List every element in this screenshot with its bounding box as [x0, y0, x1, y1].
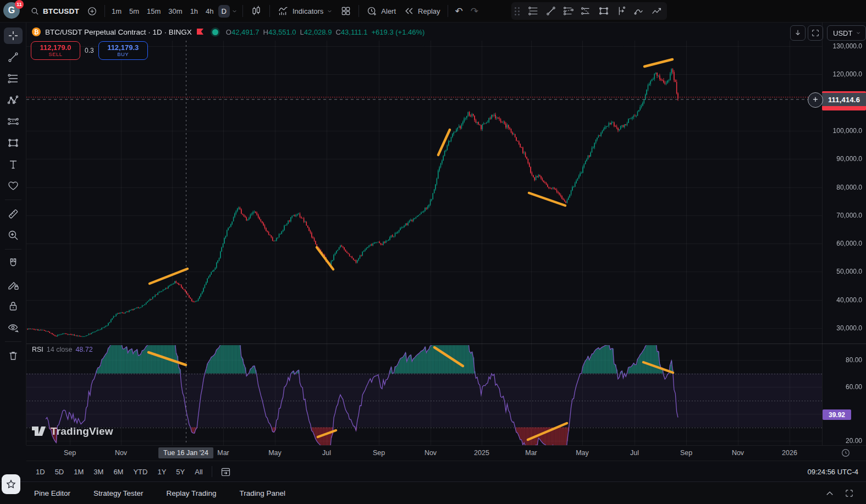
drawing-mode-lock-button[interactable] — [4, 276, 23, 293]
rectangle-shape-button[interactable] — [4, 135, 23, 151]
timeframe-dropdown-button[interactable] — [230, 6, 239, 16]
redo-button[interactable]: ↷ — [467, 3, 482, 20]
time-axis-label: Mar — [525, 449, 537, 457]
range-3m[interactable]: 3M — [90, 466, 107, 478]
remove-drawings-button[interactable] — [4, 347, 23, 364]
curve-tool-icon[interactable] — [633, 5, 645, 17]
chevron-down-icon — [327, 8, 333, 14]
range-1m[interactable]: 1M — [70, 466, 87, 478]
hide-drawings-button[interactable] — [4, 319, 23, 336]
price-axis-label: 120,000.0 — [833, 70, 862, 78]
rsi-legend[interactable]: RSI 14 close 48.72 — [32, 346, 93, 353]
time-axis-label: Nov — [424, 449, 437, 457]
layout-grid-icon — [340, 5, 351, 16]
chart-canvas[interactable] — [26, 22, 822, 445]
go-to-date-button[interactable] — [217, 464, 234, 479]
trend-line-tool-icon[interactable] — [545, 5, 557, 17]
flag-icon[interactable] — [196, 28, 205, 36]
time-axis[interactable]: SepNovMarMayJulSepNov2025MarMayJulSepNov… — [26, 445, 866, 461]
symbol-title[interactable]: BTC/USDT Perpetual Contract · 1D · BINGX — [45, 28, 192, 36]
symbol-search-button[interactable]: BTCUSDT — [26, 4, 83, 19]
rsi-axis-label: 60.00 — [846, 383, 862, 391]
low-value: 42,028.9 — [304, 28, 332, 36]
compare-add-symbol-button[interactable] — [83, 3, 101, 19]
timeframe-1m[interactable]: 1m — [108, 5, 125, 18]
timeframe-5m[interactable]: 5m — [126, 5, 142, 18]
replay-button[interactable]: Replay — [400, 3, 444, 19]
clock-display[interactable]: 09:24:56 UTC-4 — [808, 468, 859, 476]
pane-separator[interactable] — [26, 344, 866, 344]
fib-retracement-button[interactable] — [4, 70, 23, 87]
timeframe-4h[interactable]: 4h — [202, 5, 217, 18]
footer-tab-replay-trading[interactable]: Replay Trading — [167, 489, 217, 497]
fullscreen-icon — [811, 29, 820, 37]
range-5y[interactable]: 5Y — [172, 466, 189, 478]
change-value: +619.3 (+1.46%) — [372, 28, 425, 36]
price-axis-label: 50,000.0 — [836, 268, 862, 275]
range-6m[interactable]: 6M — [109, 466, 127, 478]
footer-tab-strategy-tester[interactable]: Strategy Tester — [93, 489, 144, 497]
trade-widget: 112,179.0 SELL 0.3 112,179.3 BUY — [31, 41, 148, 60]
alert-button[interactable]: Alert — [362, 3, 400, 20]
footer-tab-pine-editor[interactable]: Pine Editor — [34, 489, 70, 497]
timeframe-D[interactable]: D — [218, 5, 230, 18]
toolbar-separator — [5, 341, 21, 342]
zigzag-arrow-tool-icon[interactable] — [650, 5, 663, 17]
parallel-channel-tool-icon[interactable] — [580, 5, 592, 17]
text-tool-button[interactable] — [4, 156, 23, 173]
rsi-axis-label: 80.00 — [846, 356, 862, 364]
crosshair-tool-button[interactable] — [4, 27, 23, 44]
range-ytd[interactable]: YTD — [129, 466, 151, 478]
emoji-tool-button[interactable] — [4, 178, 23, 194]
toolbar-separator — [358, 5, 359, 17]
toolbar-separator — [212, 466, 212, 477]
range-1d[interactable]: 1D — [32, 466, 49, 478]
buy-button[interactable]: 112,179.3 BUY — [98, 41, 148, 60]
download-icon — [793, 29, 802, 37]
range-5d[interactable]: 5D — [51, 466, 68, 478]
projection-button[interactable] — [4, 113, 23, 130]
chart-style-button[interactable] — [246, 2, 266, 20]
extended-line-tool-icon[interactable] — [615, 5, 627, 17]
horizontal-lines-tool-icon[interactable] — [527, 5, 539, 17]
timeframe-15m[interactable]: 15m — [144, 5, 164, 18]
drag-handle[interactable] — [512, 7, 522, 15]
rectangle-tool-icon[interactable] — [598, 5, 610, 17]
sell-button[interactable]: 112,179.0 SELL — [31, 41, 80, 60]
trend-line-button[interactable] — [4, 49, 23, 65]
maximize-panel-icon[interactable] — [845, 489, 854, 498]
user-menu-button[interactable]: G 11 — [3, 2, 21, 20]
indicators-button[interactable]: Indicators — [273, 2, 337, 20]
footer-tab-trading-panel[interactable]: Trading Panel — [239, 489, 285, 497]
dotted-channel-tool-icon[interactable] — [562, 5, 575, 17]
replay-icon — [404, 5, 415, 16]
timeframe-1h[interactable]: 1h — [187, 5, 201, 18]
eye-icon — [7, 321, 20, 334]
fullscreen-button[interactable] — [808, 25, 823, 41]
rectangle-shape-icon — [7, 136, 20, 149]
range-all[interactable]: All — [191, 466, 206, 478]
market-status-dot[interactable] — [212, 29, 218, 35]
download-chart-button[interactable] — [790, 25, 806, 41]
add-alert-plus-button[interactable]: + — [808, 92, 823, 108]
toolbar-separator — [104, 5, 105, 17]
magnet-mode-button[interactable] — [4, 255, 23, 272]
time-axis-label: Jul — [630, 449, 639, 457]
toolbar-separator — [242, 5, 243, 17]
magnet-icon — [7, 257, 20, 270]
range-1y[interactable]: 1Y — [153, 466, 170, 478]
pattern-xabcd-button[interactable] — [4, 92, 23, 108]
favorites-toolbar-toggle[interactable] — [2, 474, 20, 494]
zoom-in-icon — [7, 229, 20, 242]
measure-tool-button[interactable] — [4, 206, 23, 222]
chart-corner-buttons: USDT — [790, 25, 866, 41]
currency-dropdown[interactable]: USDT — [827, 25, 866, 41]
layout-grid-button[interactable] — [337, 3, 355, 19]
lock-drawings-button[interactable] — [4, 298, 23, 314]
zoom-in-button[interactable] — [4, 227, 23, 243]
timezone-clock-icon[interactable] — [841, 448, 851, 458]
expand-panel-icon[interactable] — [825, 489, 835, 499]
price-axis[interactable]: 130,000.0120,000.0100,000.090,000.080,00… — [822, 22, 866, 445]
timeframe-30m[interactable]: 30m — [165, 5, 185, 18]
undo-button[interactable]: ↶ — [451, 3, 467, 20]
